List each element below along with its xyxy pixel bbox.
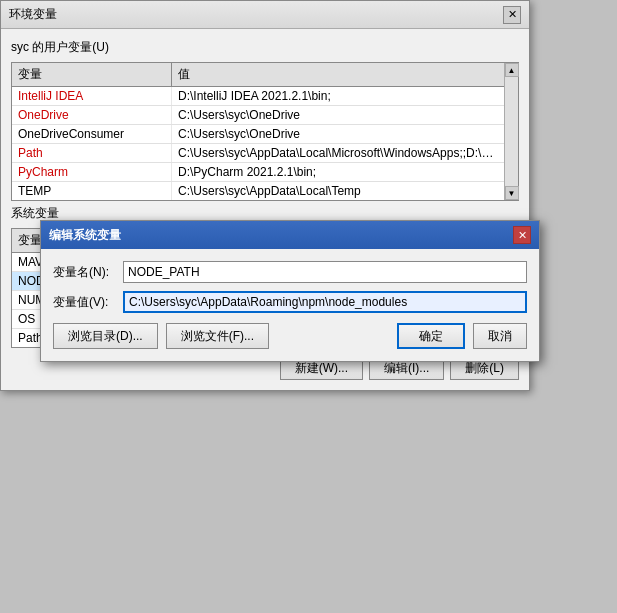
var-val-cell: C:\Users\syc\AppData\Local\Temp: [172, 182, 504, 200]
table-row[interactable]: OneDrive C:\Users\syc\OneDrive: [12, 106, 504, 125]
var-value-label: 变量值(V):: [53, 294, 123, 311]
edit-buttons-row: 浏览目录(D)... 浏览文件(F)... 确定 取消: [53, 323, 527, 349]
var-value-row: 变量值(V):: [53, 291, 527, 313]
user-section-label: syc 的用户变量(U): [11, 39, 519, 56]
user-vars-table: 变量 值 IntelliJ IDEA D:\IntelliJ IDEA 2021…: [11, 62, 519, 201]
table-row[interactable]: OneDriveConsumer C:\Users\syc\OneDrive: [12, 125, 504, 144]
edit-dialog-body: 变量名(N): 变量值(V): 浏览目录(D)... 浏览文件(F)... 确定…: [41, 249, 539, 361]
var-name-cell: PyCharm: [12, 163, 172, 181]
var-name-row: 变量名(N):: [53, 261, 527, 283]
scroll-down-button[interactable]: ▼: [505, 186, 519, 200]
user-col-val: 值: [172, 63, 504, 86]
edit-system-var-dialog: 编辑系统变量 ✕ 变量名(N): 变量值(V): 浏览目录(D)... 浏览文件…: [40, 220, 540, 362]
env-dialog-title: 环境变量: [9, 6, 57, 23]
table-row[interactable]: Path C:\Users\syc\AppData\Local\Microsof…: [12, 144, 504, 163]
edit-dialog-titlebar: 编辑系统变量 ✕: [41, 221, 539, 249]
var-name-label: 变量名(N):: [53, 264, 123, 281]
var-name-cell: TEMP: [12, 182, 172, 200]
var-val-cell: D:\IntelliJ IDEA 2021.2.1\bin;: [172, 87, 504, 105]
user-vars-scrollbar[interactable]: ▲ ▼: [504, 63, 518, 200]
cancel-button[interactable]: 取消: [473, 323, 527, 349]
var-val-cell: C:\Users\syc\OneDrive: [172, 106, 504, 124]
var-name-cell: Path: [12, 144, 172, 162]
env-dialog-close-button[interactable]: ✕: [503, 6, 521, 24]
table-row[interactable]: PyCharm D:\PyCharm 2021.2.1\bin;: [12, 163, 504, 182]
table-row[interactable]: TEMP C:\Users\syc\AppData\Local\Temp: [12, 182, 504, 200]
browse-dir-button[interactable]: 浏览目录(D)...: [53, 323, 158, 349]
edit-dialog-close-button[interactable]: ✕: [513, 226, 531, 244]
var-val-cell: D:\PyCharm 2021.2.1\bin;: [172, 163, 504, 181]
user-col-var: 变量: [12, 63, 172, 86]
edit-dialog-title: 编辑系统变量: [49, 227, 121, 244]
var-value-input[interactable]: [123, 291, 527, 313]
user-vars-table-inner: 变量 值 IntelliJ IDEA D:\IntelliJ IDEA 2021…: [12, 63, 504, 200]
var-val-cell: C:\Users\syc\OneDrive: [172, 125, 504, 143]
user-table-header: 变量 值: [12, 63, 504, 87]
env-dialog-titlebar: 环境变量 ✕: [1, 1, 529, 29]
var-name-cell: OneDrive: [12, 106, 172, 124]
table-row[interactable]: IntelliJ IDEA D:\IntelliJ IDEA 2021.2.1\…: [12, 87, 504, 106]
var-name-cell: IntelliJ IDEA: [12, 87, 172, 105]
var-val-cell: C:\Users\syc\AppData\Local\Microsoft\Win…: [172, 144, 504, 162]
scroll-up-button[interactable]: ▲: [505, 63, 519, 77]
var-name-cell: OneDriveConsumer: [12, 125, 172, 143]
browse-file-button[interactable]: 浏览文件(F)...: [166, 323, 269, 349]
ok-button[interactable]: 确定: [397, 323, 465, 349]
var-name-input[interactable]: [123, 261, 527, 283]
